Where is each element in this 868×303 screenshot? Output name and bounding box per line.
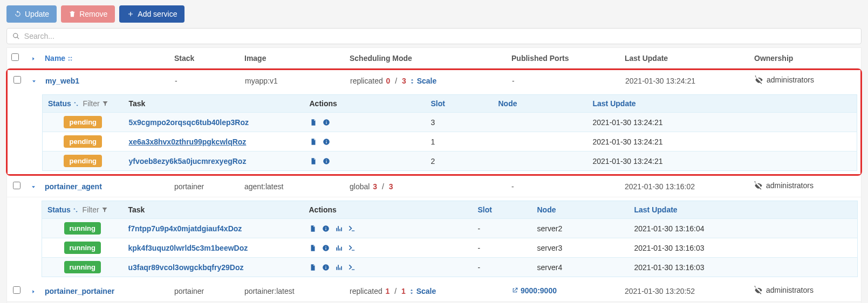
last-update: 2021-01-30 13:16:02 [620, 176, 750, 197]
stats-icon[interactable] [335, 244, 343, 252]
scheduling-mode: replicated [350, 287, 382, 295]
col-last-update[interactable]: Last Update [620, 48, 750, 68]
info-icon[interactable] [323, 119, 330, 126]
sub-col-actions[interactable]: Actions [304, 95, 426, 113]
scale-link[interactable]: Scale [409, 77, 436, 85]
sub-col-slot[interactable]: Slot [426, 95, 493, 113]
service-image: myapp:v1 [241, 70, 346, 91]
status-badge: pending [64, 135, 102, 148]
search-icon [12, 32, 20, 40]
task-last-update: 2021-01-30 13:16:03 [629, 258, 858, 277]
task-id-link[interactable]: kpk4f3uquz0lwrld5c3m1beewDoz [128, 244, 248, 252]
sub-col-slot[interactable]: Slot [473, 201, 532, 219]
add-service-button[interactable]: Add service [119, 5, 184, 23]
task-slot: 1 [426, 132, 493, 152]
col-stack[interactable]: Stack [170, 48, 240, 68]
info-icon[interactable] [322, 225, 330, 232]
sub-col-node[interactable]: Node [532, 201, 629, 219]
task-row: running kpk4f3uquz0lwrld5c3m1beewDoz - s… [42, 238, 858, 258]
tasks-subtable: Status Filter Task Actions Slot Node Las… [42, 94, 857, 171]
service-name-link[interactable]: portainer_portainer [45, 287, 114, 295]
info-icon[interactable] [323, 138, 330, 146]
col-ownership[interactable]: Ownership [750, 48, 861, 68]
task-slot: 3 [426, 113, 493, 132]
expand-all-toggle[interactable] [26, 48, 40, 68]
filter-toggle[interactable]: Filter [83, 99, 108, 108]
task-node [493, 113, 587, 132]
task-id-link[interactable]: 5x9cgmpo2orqsqc6tub40lep3Roz [129, 118, 249, 127]
info-icon[interactable] [322, 264, 330, 271]
task-slot: - [473, 258, 532, 277]
search-bar [6, 28, 862, 44]
logs-icon[interactable] [309, 244, 317, 252]
sub-col-last-update[interactable]: Last Update [587, 95, 857, 113]
task-row: pending 5x9cgmpo2orqsqc6tub40lep3Roz 3 2… [43, 113, 857, 132]
service-row: portainer_portainer portainer portainer:… [7, 280, 861, 302]
filter-toggle[interactable]: Filter [83, 205, 108, 214]
ownership: administrators [755, 75, 814, 84]
col-scheduling-mode[interactable]: Scheduling Mode [345, 48, 507, 68]
logs-icon[interactable] [310, 138, 317, 146]
replicas-total: 3 [388, 182, 394, 191]
col-published-ports[interactable]: Published Ports [507, 48, 620, 68]
select-all-checkbox[interactable] [11, 53, 19, 61]
task-id-link[interactable]: f7ntpp7u9p4x0mjatdgiauf4xDoz [128, 224, 242, 233]
logs-icon[interactable] [310, 157, 317, 165]
logs-icon[interactable] [309, 264, 317, 271]
logs-icon[interactable] [309, 225, 317, 232]
update-button[interactable]: Update [6, 5, 57, 23]
select-row-checkbox[interactable] [13, 286, 20, 294]
expand-row-toggle[interactable] [27, 70, 41, 91]
task-last-update: 2021-01-30 13:16:03 [629, 238, 858, 258]
info-icon[interactable] [322, 244, 330, 252]
published-ports: - [507, 176, 620, 197]
chevron-down-icon [31, 184, 36, 190]
info-icon[interactable] [323, 157, 330, 165]
service-name-link[interactable]: portainer_agent [45, 182, 102, 191]
service-name-link[interactable]: my_web1 [45, 77, 79, 85]
task-row: pending xe6a3x8hvx0zthru99pgkcwlqRoz 1 2… [43, 132, 857, 152]
task-id-link[interactable]: xe6a3x8hvx0zthru99pgkcwlqRoz [129, 137, 247, 146]
console-icon[interactable] [348, 225, 356, 232]
task-id-link[interactable]: u3faqr89vcol3owgckbqfry29Doz [128, 263, 244, 272]
console-icon[interactable] [348, 244, 356, 252]
col-name[interactable]: Name [40, 48, 170, 68]
sub-col-last-update[interactable]: Last Update [629, 201, 858, 219]
refresh-icon [14, 10, 22, 18]
logs-icon[interactable] [310, 119, 317, 126]
stats-icon[interactable] [335, 225, 343, 232]
sub-col-task[interactable]: Task [124, 95, 304, 113]
sub-col-node[interactable]: Node [493, 95, 587, 113]
console-icon[interactable] [348, 264, 356, 271]
sub-col-actions[interactable]: Actions [304, 201, 473, 219]
task-actions [304, 238, 473, 258]
task-actions [304, 219, 473, 238]
eye-off-icon [755, 75, 763, 84]
remove-button[interactable]: Remove [61, 5, 115, 23]
task-row: running f7ntpp7u9p4x0mjatdgiauf4xDoz - s… [42, 219, 858, 238]
sub-col-task[interactable]: Task [123, 201, 304, 219]
select-row-checkbox[interactable] [13, 76, 21, 84]
select-row-checkbox[interactable] [13, 182, 20, 189]
status-badge: pending [64, 116, 102, 128]
stats-icon[interactable] [335, 264, 343, 271]
highlighted-service: my_web1 - myapp:v1 replicated 0 / 3 Scal… [6, 68, 862, 176]
sub-col-status[interactable]: Status Filter [43, 95, 124, 113]
search-input[interactable] [24, 32, 856, 40]
expand-row-toggle[interactable] [26, 176, 40, 197]
task-id-link[interactable]: yfvoeb8ezy6k5a0jucmrexyegRoz [129, 157, 247, 166]
published-port-link[interactable]: 9000:9000 [511, 286, 557, 295]
service-row: portainer_agent portainer agent:latest g… [7, 176, 861, 197]
replicas-current: 3 [372, 182, 378, 191]
sort-icon [73, 101, 79, 107]
sub-col-status[interactable]: Status Filter [42, 201, 123, 219]
scale-link[interactable]: Scale [409, 287, 436, 295]
add-service-label: Add service [138, 10, 177, 18]
task-row: running u3faqr89vcol3owgckbqfry29Doz - s… [42, 258, 858, 277]
trash-icon [69, 10, 76, 18]
replicas-current: 0 [385, 77, 392, 85]
last-update: 2021-01-30 13:20:52 [620, 280, 750, 302]
task-actions [304, 132, 426, 152]
expand-row-toggle[interactable] [26, 280, 40, 302]
col-image[interactable]: Image [240, 48, 345, 68]
